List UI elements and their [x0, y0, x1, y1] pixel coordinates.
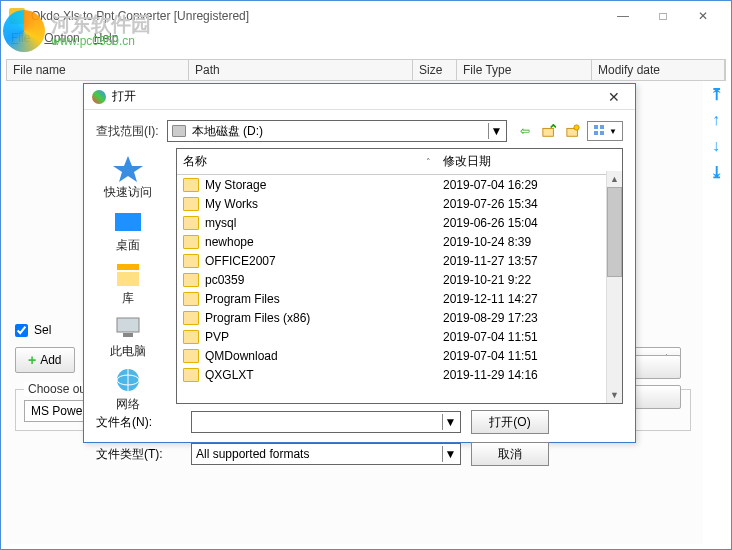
col-filetype[interactable]: File Type: [457, 60, 592, 80]
folder-date: 2019-08-29 17:23: [443, 311, 616, 325]
move-bottom-icon[interactable]: ⤓: [707, 162, 725, 182]
svg-rect-12: [123, 333, 133, 337]
reorder-controls: ⤒ ↑ ↓ ⤓: [707, 84, 725, 182]
up-one-level-button[interactable]: [539, 121, 559, 141]
col-filename[interactable]: File name: [7, 60, 189, 80]
new-folder-button[interactable]: [563, 121, 583, 141]
dialog-close-button[interactable]: ✕: [601, 86, 627, 108]
folder-icon: [183, 178, 199, 192]
svg-rect-8: [115, 213, 141, 231]
lookin-label: 查找范围(I):: [96, 123, 159, 140]
watermark-logo-icon: [3, 10, 45, 52]
file-list-header: File name Path Size File Type Modify dat…: [6, 59, 726, 81]
filename-input[interactable]: ▼: [191, 411, 461, 433]
place-this-pc[interactable]: 此电脑: [84, 311, 172, 362]
folder-date: 2019-10-21 9:22: [443, 273, 616, 287]
dialog-titlebar[interactable]: 打开 ✕: [84, 84, 635, 110]
close-button[interactable]: ✕: [683, 3, 723, 29]
move-top-icon[interactable]: ⤒: [707, 84, 725, 104]
folder-row[interactable]: PVP2019-07-04 11:51: [177, 327, 622, 346]
maximize-button[interactable]: □: [643, 3, 683, 29]
folder-date: 2019-06-26 15:04: [443, 216, 616, 230]
minimize-button[interactable]: —: [603, 3, 643, 29]
folder-row[interactable]: Program Files (x86)2019-08-29 17:23: [177, 308, 622, 327]
folder-row[interactable]: OFFICE20072019-11-27 13:57: [177, 251, 622, 270]
open-file-dialog: 打开 ✕ 查找范围(I): 本地磁盘 (D:) ▼ ⇦ ▼: [83, 83, 636, 443]
svg-rect-11: [117, 318, 139, 332]
folder-name: PVP: [205, 330, 443, 344]
drive-icon: [172, 125, 186, 137]
svg-point-2: [574, 125, 579, 130]
col-modifydate[interactable]: Modify date: [592, 60, 725, 80]
folder-icon: [183, 349, 199, 363]
folder-date: 2019-11-29 14:16: [443, 368, 616, 382]
file-list-header-row: 名称 ˄ 修改日期: [177, 149, 622, 175]
place-network[interactable]: 网络: [84, 364, 172, 415]
scroll-down-icon[interactable]: ▼: [607, 387, 622, 403]
folder-icon: [183, 330, 199, 344]
folder-row[interactable]: My Storage2019-07-04 16:29: [177, 175, 622, 194]
file-list[interactable]: 名称 ˄ 修改日期 My Storage2019-07-04 16:29My W…: [176, 148, 623, 404]
chevron-down-icon[interactable]: ▼: [442, 446, 458, 462]
move-down-icon[interactable]: ↓: [707, 136, 725, 156]
dialog-app-icon: [92, 90, 106, 104]
add-label: Add: [40, 353, 61, 367]
view-menu-button[interactable]: ▼: [587, 121, 623, 141]
lookin-combo[interactable]: 本地磁盘 (D:) ▼: [167, 120, 507, 142]
folder-date: 2019-07-04 16:29: [443, 178, 616, 192]
place-desktop[interactable]: 桌面: [84, 205, 172, 256]
chevron-down-icon[interactable]: ▼: [442, 414, 458, 430]
folder-date: 2019-07-04 11:51: [443, 349, 616, 363]
scroll-thumb[interactable]: [607, 187, 622, 277]
select-all-label: Sel: [34, 323, 51, 337]
folder-name: My Works: [205, 197, 443, 211]
svg-rect-10: [117, 272, 139, 286]
folder-row[interactable]: My Works2019-07-26 15:34: [177, 194, 622, 213]
place-library[interactable]: 库: [84, 258, 172, 309]
place-quick-access[interactable]: 快速访问: [84, 152, 172, 203]
watermark-url: www.pc0359.cn: [51, 35, 151, 48]
filename-label: 文件名(N):: [96, 414, 181, 431]
scroll-up-icon[interactable]: ▲: [607, 171, 622, 187]
filetype-combo[interactable]: All supported formats ▼: [191, 443, 461, 465]
col-date-header[interactable]: 修改日期: [437, 149, 622, 174]
folder-name: Program Files: [205, 292, 443, 306]
filetype-label: 文件类型(T):: [96, 446, 181, 463]
col-size[interactable]: Size: [413, 60, 457, 80]
lookin-value: 本地磁盘 (D:): [192, 123, 263, 140]
folder-icon: [183, 254, 199, 268]
folder-icon: [183, 197, 199, 211]
folder-row[interactable]: QXGLXT2019-11-29 14:16: [177, 365, 622, 384]
dialog-title: 打开: [112, 88, 136, 105]
folder-name: mysql: [205, 216, 443, 230]
folder-name: newhope: [205, 235, 443, 249]
folder-row[interactable]: QMDownload2019-07-04 11:51: [177, 346, 622, 365]
folder-date: 2019-10-24 8:39: [443, 235, 616, 249]
folder-row[interactable]: pc03592019-10-21 9:22: [177, 270, 622, 289]
folder-row[interactable]: mysql2019-06-26 15:04: [177, 213, 622, 232]
folder-date: 2019-12-11 14:27: [443, 292, 616, 306]
folder-row[interactable]: Program Files2019-12-11 14:27: [177, 289, 622, 308]
select-all-checkbox[interactable]: [15, 324, 28, 337]
folder-name: QMDownload: [205, 349, 443, 363]
cancel-button[interactable]: 取消: [471, 442, 549, 466]
col-name-header[interactable]: 名称 ˄: [177, 149, 437, 174]
svg-rect-6: [600, 131, 604, 135]
watermark: 河东软件园 www.pc0359.cn: [3, 3, 243, 59]
folder-date: 2019-07-26 15:34: [443, 197, 616, 211]
folder-date: 2019-11-27 13:57: [443, 254, 616, 268]
back-button[interactable]: ⇦: [515, 121, 535, 141]
move-up-icon[interactable]: ↑: [707, 110, 725, 130]
open-button[interactable]: 打开(O): [471, 410, 549, 434]
file-list-scrollbar[interactable]: ▲ ▼: [606, 171, 622, 403]
add-file-button[interactable]: + Add: [15, 347, 75, 373]
folder-icon: [183, 368, 199, 382]
folder-name: Program Files (x86): [205, 311, 443, 325]
svg-rect-3: [594, 125, 598, 129]
sort-caret-icon: ˄: [426, 157, 431, 167]
folder-name: OFFICE2007: [205, 254, 443, 268]
chevron-down-icon[interactable]: ▼: [488, 123, 504, 139]
folder-row[interactable]: newhope2019-10-24 8:39: [177, 232, 622, 251]
col-path[interactable]: Path: [189, 60, 413, 80]
folder-icon: [183, 235, 199, 249]
